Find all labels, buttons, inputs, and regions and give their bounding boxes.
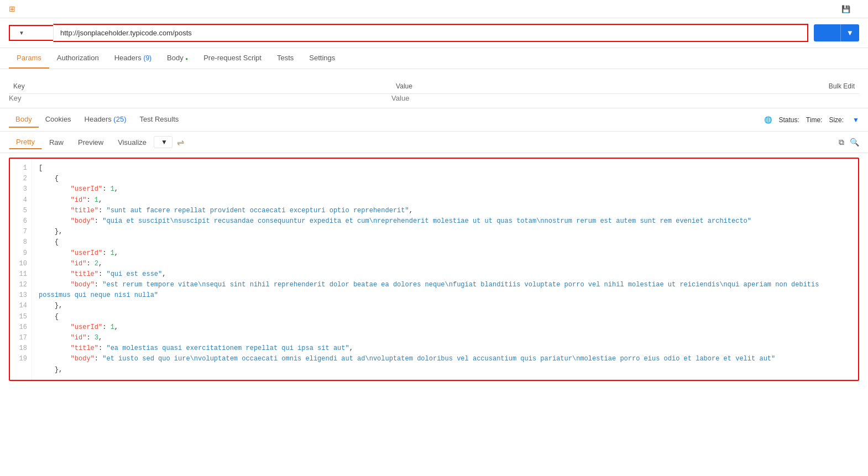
key-column-header: Key	[9, 79, 391, 94]
title-bar-left: ⊞	[9, 4, 20, 13]
fmt-tab-visualize[interactable]: Visualize	[111, 135, 154, 149]
send-dropdown-button[interactable]: ▼	[840, 24, 859, 41]
resp-tab-body[interactable]: Body	[9, 112, 39, 128]
tab-params[interactable]: Params	[9, 48, 49, 69]
copy-icon[interactable]: ⧉	[839, 138, 844, 147]
key-input[interactable]	[9, 94, 391, 102]
send-button-wrap: ▼	[814, 24, 859, 41]
fmt-tab-pretty[interactable]: Pretty	[9, 135, 42, 149]
tab-body[interactable]: Body ●	[159, 48, 196, 69]
url-input-wrap	[53, 24, 808, 42]
headers-badge: (9)	[143, 54, 151, 62]
send-button[interactable]	[814, 24, 840, 41]
value-input[interactable]	[391, 94, 774, 102]
format-tabs: Pretty Raw Preview Visualize	[9, 135, 154, 149]
request-tabs: Params Authorization Headers (9) Body ● …	[9, 48, 343, 69]
save-response-arrow: ▼	[853, 116, 859, 124]
method-dropdown-arrow: ▼	[19, 30, 24, 36]
size-label: Size:	[829, 116, 844, 124]
fmt-tab-raw[interactable]: Raw	[42, 135, 71, 149]
bulk-edit-header[interactable]: Bulk Edit	[774, 79, 859, 94]
tab-pre-request[interactable]: Pre-request Script	[196, 48, 269, 69]
save-response-button[interactable]: ▼	[850, 116, 859, 124]
response-meta: 🌐 Status: Time: Size: ▼	[764, 116, 860, 124]
line-numbers: 12345 6 7891011 12 1314151617 18 19	[10, 159, 32, 380]
status-label: Status:	[779, 116, 799, 124]
method-selector[interactable]: ▼	[9, 25, 53, 41]
value-column-header: Value	[391, 79, 774, 94]
format-bar: Pretty Raw Preview Visualize ▼ ⇌ ⧉ 🔍	[0, 132, 868, 153]
tab-headers[interactable]: Headers (9)	[107, 48, 159, 69]
time-label: Time:	[806, 116, 823, 124]
tab-settings[interactable]: Settings	[301, 48, 343, 69]
json-arrow: ▼	[161, 138, 168, 146]
resp-tab-cookies[interactable]: Cookies	[39, 112, 78, 128]
resp-tab-headers[interactable]: Headers (25)	[78, 112, 133, 128]
request-tabs-row: Params Authorization Headers (9) Body ● …	[0, 48, 868, 69]
request-bar: ▼ ▼	[0, 18, 868, 48]
code-body[interactable]: [ { "userId": 1, "id": 1, "title": "sunt…	[32, 159, 858, 380]
code-area: 12345 6 7891011 12 1314151617 18 19 [ { …	[9, 158, 859, 381]
resp-headers-badge: (25)	[113, 115, 126, 123]
title-bar: ⊞ 💾	[0, 0, 868, 18]
format-options: Pretty Raw Preview Visualize ▼ ⇌	[9, 135, 184, 149]
query-params-section: Key Value Bulk Edit	[0, 69, 868, 108]
format-right-actions: ⧉ 🔍	[839, 138, 859, 147]
filter-icon[interactable]: ⇌	[177, 137, 184, 148]
table-row	[9, 94, 859, 103]
title-bar-right: 💾	[841, 5, 859, 13]
params-table: Key Value Bulk Edit	[9, 79, 859, 102]
tab-authorization[interactable]: Authorization	[49, 48, 107, 69]
code-content[interactable]: 12345 6 7891011 12 1314151617 18 19 [ { …	[10, 159, 858, 380]
save-icon: 💾	[841, 5, 850, 13]
tab-tests[interactable]: Tests	[269, 48, 301, 69]
response-header: Body Cookies Headers (25) Test Results 🌐…	[0, 108, 868, 132]
resp-tab-test-results[interactable]: Test Results	[133, 112, 185, 128]
search-icon[interactable]: 🔍	[850, 138, 859, 147]
json-format-selector[interactable]: ▼	[154, 136, 172, 148]
body-dot: ●	[185, 56, 188, 61]
api-icon: ⊞	[9, 4, 15, 13]
url-input[interactable]	[60, 29, 801, 37]
response-tabs: Body Cookies Headers (25) Test Results	[9, 112, 185, 128]
save-button[interactable]: 💾	[841, 5, 853, 13]
globe-icon: 🌐	[764, 116, 772, 124]
fmt-tab-preview[interactable]: Preview	[71, 135, 111, 149]
